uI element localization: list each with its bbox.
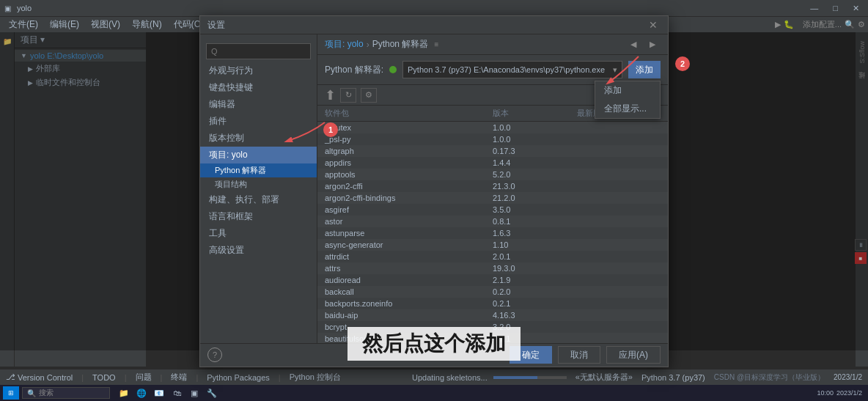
table-row[interactable]: audioread2.1.9 <box>317 274 668 286</box>
apply-btn[interactable]: 应用(A) <box>606 346 661 364</box>
minimize-btn[interactable]: — <box>806 4 823 13</box>
interp-status-dot <box>389 66 397 73</box>
cancel-btn[interactable]: 取消 <box>558 346 600 364</box>
dlg-section-project[interactable]: 项目: yolo <box>200 147 317 163</box>
pkg-toolbar-up-icon[interactable]: ⬆ <box>325 87 336 103</box>
table-row[interactable]: _mutex1.0.0 <box>317 122 668 133</box>
win-start-btn[interactable]: ⊞ <box>3 386 19 400</box>
breadcrumb-sep: › <box>367 40 369 50</box>
vcs-icon: ⎇ <box>6 372 15 382</box>
add-dropdown: 添加 全部显示... <box>595 81 661 119</box>
table-row[interactable]: beautifulsoup44.7.1 <box>317 333 668 343</box>
taskbar-file-explorer[interactable]: 📁 <box>116 386 132 400</box>
interpreter-label[interactable]: Python 3.7 (py37) <box>641 373 705 382</box>
settings-dialog: 设置 ✕ 外观与行为 键盘快捷键 编辑器 插件 版本控制 项目: yolo Py… <box>199 15 669 367</box>
toolbar-add-config[interactable]: 添加配置... <box>803 19 842 30</box>
dropdown-add[interactable]: 添加 <box>595 81 660 100</box>
python-packages-tab[interactable]: Python Packages <box>207 373 270 382</box>
table-row[interactable]: baidu-aip4.16.3 <box>317 309 668 321</box>
interp-value: Python 3.7 (py37) E:\Anaconda3\envs\py37… <box>408 65 605 74</box>
window-controls: — □ ✕ <box>806 4 864 13</box>
csdn-watermark: CSDN @目标深度学习（毕业版） <box>714 372 825 383</box>
taskbar-app2[interactable]: 🔧 <box>204 386 220 400</box>
ide-body: 📁 项目 ▾ ▼ yolo E:\Desktop\yolo ▶ 外部库 ▶ 临时… <box>0 32 868 367</box>
dlg-section-appearance[interactable]: 外观与行为 <box>200 62 317 79</box>
problems-tab[interactable]: 问题 <box>136 372 152 383</box>
annotation-2-label: 2 <box>680 59 685 68</box>
win-taskbar-items: 📁 🌐 📧 🛍 ▣ 🔧 <box>116 386 220 400</box>
table-row[interactable]: apptools5.2.0 <box>317 169 668 180</box>
add-interpreter-btn[interactable]: 添加 <box>628 61 661 78</box>
search-label: 搜索 <box>39 388 54 398</box>
dlg-section-languages[interactable]: 语言和框架 <box>200 208 317 225</box>
no-server-label: «无默认服务器» <box>575 372 633 383</box>
dialog-footer: ? 确定 取消 应用(A) <box>200 343 668 367</box>
dialog-title: 设置 <box>207 19 225 32</box>
settings-icon[interactable]: ⚙ <box>858 20 865 29</box>
table-row[interactable]: _psl-py1.0.0 <box>317 133 668 145</box>
dropdown-show-all[interactable]: 全部显示... <box>595 100 660 118</box>
win-taskbar: ⊞ 🔍 搜索 📁 🌐 📧 🛍 ▣ 🔧 10:00 2023/1/2 <box>0 385 868 401</box>
taskbar-store[interactable]: 🛍 <box>169 386 185 400</box>
todo-tab[interactable]: TODO <box>92 373 116 382</box>
menu-edit[interactable]: 编辑(E) <box>44 17 85 32</box>
version-control-tab[interactable]: ⎇ Version Control <box>6 372 73 382</box>
table-row[interactable]: async-generator1.10 <box>317 239 668 251</box>
dlg-section-editor[interactable]: 编辑器 <box>200 96 317 113</box>
menu-view[interactable]: 视图(V) <box>85 17 126 32</box>
close-btn[interactable]: ✕ <box>848 4 864 13</box>
table-row[interactable]: appdirs1.4.4 <box>317 157 668 169</box>
pkg-settings-btn[interactable]: ⚙ <box>361 88 377 103</box>
breadcrumb-forward-btn[interactable]: ▶ <box>644 37 661 52</box>
table-row[interactable]: argon2-cffi21.3.0 <box>317 180 668 192</box>
table-row[interactable]: backcall0.2.0 <box>317 286 668 298</box>
datetime-label: 2023/1/2 <box>834 373 862 381</box>
breadcrumb-back-btn[interactable]: ◀ <box>625 37 641 52</box>
dialog-title-bar: 设置 ✕ <box>200 16 668 34</box>
win-search-bar[interactable]: 🔍 搜索 <box>22 387 110 399</box>
table-row[interactable]: asgiref3.5.0 <box>317 204 668 216</box>
taskbar-mail[interactable]: 📧 <box>151 386 167 400</box>
dialog-search-input[interactable] <box>206 43 311 59</box>
breadcrumb-nav: ◀ ▶ <box>625 37 661 52</box>
interp-label: Python 解释器: <box>325 64 383 76</box>
interp-dropdown-arrow: ▾ <box>613 65 617 75</box>
table-row[interactable]: argon2-cffi-bindings21.2.0 <box>317 192 668 204</box>
interp-select[interactable]: Python 3.7 (py37) E:\Anaconda3\envs\py37… <box>402 61 622 78</box>
dlg-section-advanced[interactable]: 高级设置 <box>200 242 317 259</box>
table-row[interactable]: astor0.8.1 <box>317 216 668 227</box>
table-row[interactable]: bcrypt3.2.0 <box>317 321 668 333</box>
dlg-subsection-project-struct[interactable]: 项目结构 <box>200 177 317 191</box>
taskbar-app1[interactable]: ▣ <box>186 386 202 400</box>
table-row[interactable]: backports.zoneinfo0.2.1 <box>317 298 668 309</box>
pkg-refresh-btn[interactable]: ↻ <box>340 88 356 103</box>
dlg-section-tools[interactable]: 工具 <box>200 225 317 242</box>
terminal-tab[interactable]: 终端 <box>171 372 187 383</box>
dialog-breadcrumb: 项目: yolo › Python 解释器 ≡ ◀ ▶ <box>317 34 668 55</box>
table-row[interactable]: attrdict2.0.1 <box>317 251 668 262</box>
dlg-section-vcs[interactable]: 版本控制 <box>200 130 317 147</box>
confirm-btn[interactable]: 确定 <box>510 346 552 364</box>
help-btn[interactable]: ? <box>207 347 222 362</box>
toolbar-run-btn[interactable]: ▶ <box>775 20 781 29</box>
dlg-section-build[interactable]: 构建、执行、部署 <box>200 191 317 208</box>
table-row[interactable]: astunparse1.6.3 <box>317 227 668 239</box>
dialog-close-btn[interactable]: ✕ <box>646 18 661 32</box>
dlg-section-keymap[interactable]: 键盘快捷键 <box>200 79 317 96</box>
menu-navigate[interactable]: 导航(N) <box>126 17 168 32</box>
maximize-btn[interactable]: □ <box>828 4 842 13</box>
dlg-subsection-python-interp[interactable]: Python 解释器 <box>200 163 317 177</box>
table-row[interactable]: altgraph0.17.3 <box>317 145 668 157</box>
dlg-section-plugins[interactable]: 插件 <box>200 113 317 130</box>
vcs-label: Version Control <box>18 373 73 382</box>
search-icon[interactable]: 🔍 <box>845 20 855 29</box>
annotation-1-label: 1 <box>328 125 333 134</box>
menu-file[interactable]: 文件(E) <box>3 17 44 32</box>
toolbar-debug-btn[interactable]: 🐛 <box>784 20 794 29</box>
settings-dialog-overlay: 设置 ✕ 外观与行为 键盘快捷键 编辑器 插件 版本控制 项目: yolo Py… <box>0 32 868 350</box>
annotation-1: 1 <box>323 122 338 137</box>
table-row[interactable]: attrs19.3.0 <box>317 262 668 274</box>
python-console-tab[interactable]: Python 控制台 <box>290 372 341 383</box>
taskbar-browser[interactable]: 🌐 <box>133 386 150 400</box>
progress-bar <box>493 376 567 379</box>
